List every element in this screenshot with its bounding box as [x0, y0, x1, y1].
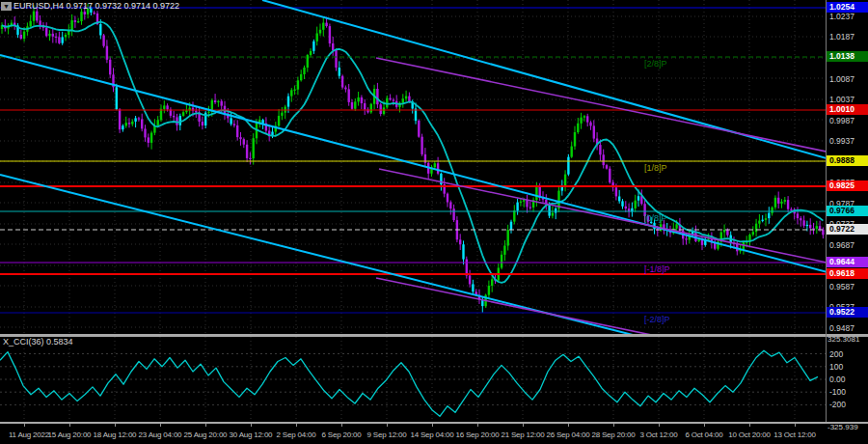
price-chart[interactable]: [2/8]P[1/8]P[0/8]P[-1/8]P[-2/8]P [0, 0, 826, 334]
time-axis-tick [613, 424, 614, 427]
time-axis-tick [251, 424, 252, 427]
svg-text:[1/8]P: [1/8]P [644, 163, 667, 173]
price-level-badge: 0.9722 [827, 224, 868, 235]
time-axis-label: 11 Aug 2022 [9, 430, 49, 439]
time-axis-tick [387, 424, 388, 427]
time-axis-tick [523, 424, 524, 427]
time-axis-tick [115, 424, 116, 427]
time-axis-label: 2 Sep 04:00 [277, 430, 316, 439]
price-axis-tick-label: 1.0037 [829, 95, 868, 104]
time-axis-tick [704, 424, 705, 427]
price-level-badge: 1.0010 [827, 104, 868, 115]
indicator-max-label: 325.3081 [827, 335, 868, 344]
price-axis-tick-label: 1.0187 [829, 32, 868, 42]
time-axis-tick [749, 424, 750, 427]
indicator-axis-tick-label: 100 [829, 362, 868, 372]
time-axis-tick [477, 424, 478, 427]
price-level-badge: 0.9825 [827, 180, 868, 191]
price-level-badge: 0.9888 [827, 155, 868, 166]
chart-title-ohlc: EURUSD,H4 0.9717 0.9732 0.9714 0.9722 [14, 1, 179, 11]
time-axis-tick [160, 424, 161, 427]
svg-text:[0/8]P: [0/8]P [644, 213, 667, 223]
collapse-chart-icon[interactable]: ▼ [1, 2, 12, 11]
time-axis-label: 15 Aug 20:00 [48, 430, 92, 439]
price-axis-tick-label: 0.9687 [829, 240, 868, 250]
time-axis[interactable]: 11 Aug 202215 Aug 20:0018 Aug 12:0023 Au… [0, 424, 868, 444]
time-axis-label: 16 Sep 20:00 [455, 430, 499, 439]
price-axis-tick-label: 1.0087 [829, 74, 868, 84]
svg-text:[2/8]P: [2/8]P [644, 59, 667, 69]
time-axis-tick [205, 424, 206, 427]
time-axis-tick [432, 424, 433, 427]
price-axis-tick-label: 0.9987 [829, 116, 868, 125]
time-axis-tick [659, 424, 660, 427]
price-level-badge: 1.0138 [827, 51, 868, 62]
price-level-badge: 0.9522 [827, 307, 868, 318]
time-axis-label: 13 Oct 12:00 [773, 430, 815, 439]
indicator-axis-tick-label: 200 [829, 349, 868, 359]
time-axis-label: 23 Aug 04:00 [139, 430, 182, 439]
time-axis-label: 18 Aug 12:00 [94, 430, 137, 439]
time-axis-label: 10 Oct 20:00 [728, 430, 770, 439]
cci-indicator-chart[interactable] [0, 337, 826, 422]
price-level-badge: 1.0254 [827, 2, 868, 13]
time-axis-label: 14 Sep 04:00 [410, 430, 453, 439]
indicator-axis-tick-label: 0.00 [829, 375, 868, 384]
chart-window: ▼ EURUSD,H4 0.9717 0.9732 0.9714 0.9722 … [0, 0, 868, 444]
price-axis-tick-label: 1.0237 [829, 12, 868, 21]
time-axis-label: 25 Aug 20:00 [184, 430, 228, 439]
time-axis-label: 3 Oct 12:00 [639, 430, 677, 439]
time-axis-label: 30 Aug 12:00 [230, 430, 273, 439]
price-level-badge: 0.9644 [827, 257, 868, 267]
time-axis-tick [296, 424, 297, 427]
indicator-axis-tick-label: -200 [829, 400, 868, 409]
indicator-min-label: -325.939 [827, 423, 868, 431]
time-axis-tick [24, 424, 25, 427]
time-axis-tick [69, 424, 70, 427]
price-level-badge: 0.9766 [827, 206, 868, 216]
time-axis-tick [795, 424, 796, 427]
svg-text:[-2/8]P: [-2/8]P [644, 315, 670, 324]
time-axis-label: 9 Sep 12:00 [367, 430, 407, 439]
price-axis-tick-label: 0.9487 [829, 323, 868, 333]
price-level-badge: 0.9618 [827, 268, 868, 279]
time-axis-tick [341, 424, 342, 427]
time-axis-label: 6 Sep 20:00 [322, 430, 362, 439]
indicator-axis-tick-label: -100 [829, 387, 868, 397]
time-axis-label: 21 Sep 12:00 [501, 430, 544, 439]
price-axis-tick-label: 0.9937 [829, 136, 868, 146]
indicator-name-value: X_CCI(36) 0.5834 [3, 337, 73, 347]
time-axis-label: 6 Oct 04:00 [685, 430, 722, 439]
price-axis-tick-label: 0.9587 [829, 282, 868, 291]
time-axis-tick [568, 424, 569, 427]
time-axis-label: 26 Sep 04:00 [546, 430, 589, 439]
time-axis-label: 28 Sep 20:00 [591, 430, 635, 439]
svg-text:[-1/8]P: [-1/8]P [644, 264, 670, 274]
